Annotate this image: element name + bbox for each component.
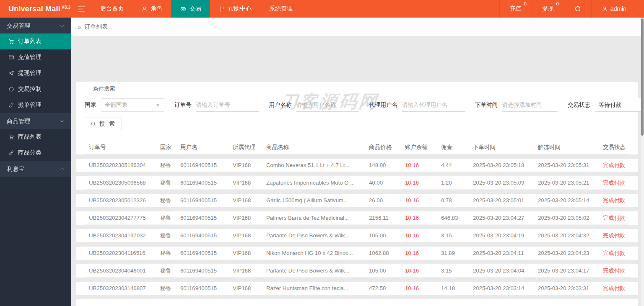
user-menu[interactable]: admin [591,0,644,18]
cell-order-time: 2025-03-20 23:05:18 [469,162,534,168]
vertical-scrollbar-thumb[interactable] [641,18,644,136]
sidebar-item-product-category[interactable]: 商品分类 [0,145,71,161]
cell-balance: 10.16 [401,267,437,274]
cell-order-no: UB2503202305096568 [85,180,156,186]
table-row: UB2503202304197032 秘鲁 601169400515 VIP16… [85,229,630,242]
sidebar-group-label: 商品管理 [7,118,30,125]
tab-system-admin[interactable]: 系统管理 [260,0,301,18]
cell-agent: VIP168 [229,250,262,256]
agent-input[interactable] [402,99,465,112]
cart-icon [8,39,14,44]
order-time-input[interactable] [502,99,558,112]
sidebar-item-recharge-mgmt[interactable]: 充值管理 [0,49,71,65]
sidebar-group-label: 交易管理 [7,22,30,30]
table-row: UB2503202304277775 秘鲁 601169400515 VIP16… [85,211,630,225]
order-no-input[interactable] [196,99,259,112]
country-select[interactable]: 全部国家 ▼ [101,98,164,112]
cell-product: Zapatones Impermeables Moto O ... [262,180,365,186]
cell-status: 完成付款 [599,214,630,222]
chevron-down-icon: ▼ [156,103,160,108]
topbar: Universal Mall V8.3 后台首页 角色 交易 帮助中心 系统管理… [0,0,644,18]
tab-help-center[interactable]: 帮助中心 [210,0,260,18]
sidebar-item-dispatch-mgmt[interactable]: 派单管理 [0,97,71,113]
topbar-actions: 充值 0 提现 0 admin [499,0,644,18]
withdraw-badge: 0 [556,1,558,6]
cell-balance: 10.16 [401,162,437,168]
chevron-down-icon [60,23,65,28]
tab-label: 角色 [151,5,162,13]
cell-username: 601169400515 [176,267,229,274]
cell-status: 完成付款 [599,162,630,169]
status-label: 交易状态 [568,101,590,109]
cell-username: 601169400515 [176,232,229,239]
cell-unfreeze-time: 2025-03-20 23:05:14 [534,197,599,203]
app-logo: Universal Mall V8.3 [0,0,71,18]
row-gap [76,295,638,299]
sidebar-item-trade-control[interactable]: 交易控制 [0,81,71,97]
cell-balance: 10.16 [401,232,437,239]
filter-agent: 代理用户名 [369,99,465,112]
content: 条件搜索 国家 全部国家 ▼ 订单号 用户名称 [71,36,641,306]
cell-commission: 3.15 [437,232,469,239]
user-icon [141,6,148,12]
cell-status: 完成付款 [599,285,630,292]
tab-roles[interactable]: 角色 [132,0,171,18]
cell-price: 105.00 [365,267,401,274]
cell-order-no: UB2503202304046001 [85,267,156,274]
main-area: » 订单列表 条件搜索 国家 全部国家 ▼ 订单号 [71,18,641,306]
cell-username: 601169400515 [176,197,229,203]
tab-dashboard[interactable]: 后台首页 [91,0,132,18]
cell-status: 完成付款 [599,179,630,187]
row-gap [76,242,638,247]
withdraw-button[interactable]: 提现 0 [532,0,564,18]
cell-order-no: UB2503202305012326 [85,197,156,203]
tab-trade[interactable]: 交易 [171,0,210,18]
row-gap [76,207,638,211]
search-icon [91,121,96,127]
cell-status: 完成付款 [599,197,630,204]
col-header-price: 商品价格 [365,144,401,151]
sidebar-group-trade-mgmt[interactable]: 交易管理 [0,18,71,33]
cell-order-time: 2025-03-20 23:03:14 [469,285,534,291]
sidebar-item-label: 商品列表 [18,133,42,141]
cell-balance: 10.16 [401,285,437,291]
vertical-scrollbar[interactable] [641,18,644,306]
breadcrumb: » 订单列表 [71,18,641,36]
cell-unfreeze-time: 2025-03-20 23:04:32 [534,232,599,239]
cell-country: 秘鲁 [156,179,176,187]
cell-commission: 3.15 [437,267,469,274]
sidebar-item-product-list[interactable]: 商品列表 [0,129,71,145]
status-select[interactable]: 等待付款 ▼ [595,98,644,112]
cell-unfreeze-time: 2025-03-20 23:03:31 [534,285,599,291]
sidebar: 交易管理 订单列表 充值管理 提现管理 交易控制 派单管理 商品管理 商品列表 … [0,18,71,306]
search-button[interactable]: 搜 索 [85,118,122,130]
cell-status: 完成付款 [599,267,630,275]
chevron-up-icon [629,6,634,11]
refresh-icon [574,5,581,12]
cell-commission: 0.78 [437,197,469,203]
recharge-button[interactable]: 充值 0 [499,0,532,18]
cell-balance: 10.16 [401,250,437,256]
sidebar-group-interest-treasure[interactable]: 利息宝 [0,161,71,177]
cell-order-time: 2025-03-20 23:04:04 [469,267,534,274]
sidebar-toggle-button[interactable] [71,0,91,18]
table-row: UB2503202305096568 秘鲁 601169400515 VIP16… [85,176,630,190]
sidebar-group-product-mgmt[interactable]: 商品管理 [0,113,71,129]
cell-agent: VIP168 [229,285,262,291]
filter-order-time: 下单时间 [475,99,558,112]
refresh-button[interactable] [564,0,591,18]
col-header-status: 交易状态 [599,144,630,151]
username: admin [610,5,626,12]
cell-unfreeze-time: 2025-03-20 23:05:21 [534,180,599,186]
table-row: UB2503202305012326 秘鲁 601169400515 VIP16… [85,194,630,207]
cell-price: 2156.11 [365,215,401,221]
cell-username: 601169400515 [176,180,229,186]
sidebar-item-withdraw-mgmt[interactable]: 提现管理 [0,65,71,81]
sidebar-item-label: 充值管理 [18,54,42,61]
sidebar-item-label: 派单管理 [18,101,42,109]
scales-icon [180,6,187,12]
username-input[interactable] [296,99,359,112]
cell-username: 601169400515 [176,250,229,256]
sidebar-item-order-list[interactable]: 订单列表 [0,33,71,49]
tab-label: 系统管理 [269,5,293,13]
